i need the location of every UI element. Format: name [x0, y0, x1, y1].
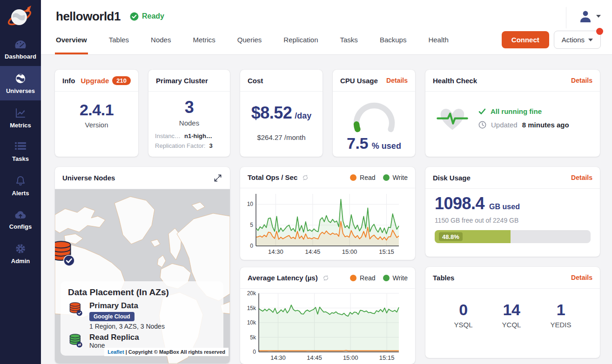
primary-node-marker[interactable]	[55, 239, 78, 269]
world-map[interactable]: Data Placement (In AZs)	[55, 189, 230, 364]
svg-text:10k: 10k	[247, 319, 256, 326]
map-attribution: Leaflet | Copyright © MapBox All rights …	[104, 348, 229, 356]
data-placement-panel: Data Placement (In AZs)	[61, 281, 223, 356]
sidebar-item-label: Universes	[6, 87, 35, 94]
legend-write: Write	[383, 174, 408, 181]
info-card: Info Upgrade 210 2.4.1 Version	[55, 70, 138, 157]
top-bar: helloworld1 Ready Overview Tables Nodes …	[41, 0, 612, 55]
svg-text:15:00: 15:00	[342, 248, 357, 255]
tab-tasks[interactable]: Tasks	[340, 25, 358, 54]
sidebar-item-configs[interactable]: Configs	[0, 203, 41, 236]
instance-type-row: Instanc… n1-high…	[148, 132, 230, 139]
card-title: Universe Nodes	[62, 174, 115, 182]
disk-used-unit: GB used	[489, 203, 520, 211]
latency-chart[interactable]: 05k10k15k20k14:3014:4515:0015:15	[243, 291, 404, 364]
refresh-icon[interactable]	[302, 174, 309, 181]
chart-legend: Read Write	[350, 274, 408, 282]
svg-text:0: 0	[253, 349, 256, 355]
cpu-usage-card: CPU Usage Details 7.5 % used	[333, 70, 415, 157]
sidebar-item-label: Configs	[9, 223, 32, 230]
card-title: Cost	[248, 77, 263, 85]
card-title: Average Latency (µs)	[248, 274, 318, 282]
sidebar-item-universes[interactable]: Universes	[0, 66, 41, 100]
tab-health[interactable]: Health	[428, 25, 448, 54]
yedis-stat: 1 YEDIS	[550, 302, 571, 329]
user-menu[interactable]	[566, 4, 601, 28]
universe-title: helloworld1	[56, 9, 121, 24]
database-marker-icon	[55, 239, 78, 267]
svg-text:15k: 15k	[247, 305, 256, 311]
chevron-down-icon	[596, 15, 601, 18]
metrics-chart-icon	[15, 107, 26, 119]
tables-card: Tables Details 0 YSQL 14 YCQL 1	[425, 267, 600, 358]
sidebar-item-tasks[interactable]: Tasks	[0, 135, 41, 168]
upgrade-link[interactable]: Upgrade	[81, 77, 109, 85]
ops-per-sec-chart[interactable]: 051014:3014:4515:0015:15	[243, 190, 404, 260]
sidebar-nav: Dashboard Universes Metrics Tasks Alerts…	[0, 33, 41, 271]
svg-text:14:30: 14:30	[270, 354, 286, 361]
status-badge: Ready	[130, 12, 164, 21]
read-dot	[350, 275, 356, 281]
health-updated-value: 8 minutes ago	[522, 121, 569, 129]
universe-nodes-card: Universe Nodes	[55, 167, 230, 364]
clock-icon	[478, 121, 486, 129]
tab-tables[interactable]: Tables	[109, 25, 129, 54]
leaflet-link[interactable]: Leaflet	[108, 349, 124, 355]
actions-button[interactable]: Actions	[554, 31, 601, 49]
sidebar-item-label: Alerts	[12, 190, 29, 197]
nodes-label: Nodes	[179, 119, 199, 127]
tab-metrics[interactable]: Metrics	[193, 25, 215, 54]
sidebar-item-label: Admin	[11, 258, 30, 265]
svg-text:5: 5	[250, 222, 253, 228]
disk-usage-card: Disk Usage Details 1098.4 GB used 1150 G…	[425, 167, 600, 257]
card-title: Total Ops / Sec	[248, 173, 297, 181]
provider-badge: Google Cloud	[89, 312, 135, 321]
health-details-link[interactable]: Details	[571, 77, 592, 84]
card-title: Health Check	[433, 77, 477, 85]
sidebar-item-alerts[interactable]: Alerts	[0, 168, 41, 203]
sidebar-item-admin[interactable]: Admin	[0, 236, 41, 271]
cpu-details-link[interactable]: Details	[386, 77, 408, 84]
primary-database-icon	[68, 301, 84, 317]
overview-content: Info Upgrade 210 2.4.1 Version Primary C…	[41, 55, 612, 364]
universe-tabs: Overview Tables Nodes Metrics Queries Re…	[56, 25, 449, 54]
tab-nodes[interactable]: Nodes	[151, 25, 171, 54]
read-replica-item: ⇄ Read Replica None	[68, 333, 216, 350]
tab-backups[interactable]: Backups	[380, 25, 407, 54]
attribution-text: | Copyright © MapBox All rights reserved	[126, 349, 225, 355]
sidebar-item-dashboard[interactable]: Dashboard	[0, 33, 41, 66]
card-title: Info	[62, 77, 75, 85]
tab-queries[interactable]: Queries	[237, 25, 262, 54]
disk-details-link[interactable]: Details	[571, 174, 592, 181]
svg-text:15:00: 15:00	[343, 354, 358, 361]
version-value: 2.4.1	[80, 102, 114, 118]
globe-rocket-icon	[7, 4, 34, 30]
connect-button[interactable]: Connect	[502, 31, 549, 48]
cpu-gauge	[344, 97, 404, 136]
actions-label: Actions	[562, 36, 585, 44]
tab-overview[interactable]: Overview	[56, 25, 87, 54]
check-icon	[478, 108, 486, 115]
primary-data-sub: 1 Region, 3 AZS, 3 Nodes	[89, 323, 165, 330]
ready-check-icon	[130, 12, 139, 21]
legend-read: Read	[350, 174, 375, 181]
expand-icon[interactable]	[213, 173, 222, 183]
svg-text:14:30: 14:30	[268, 248, 283, 255]
tab-replication[interactable]: Replication	[283, 25, 318, 54]
sidebar-item-metrics[interactable]: Metrics	[0, 100, 41, 135]
cpu-percent-value: 7.5	[347, 135, 368, 151]
tables-details-link[interactable]: Details	[571, 274, 592, 281]
sidebar-item-label: Metrics	[10, 122, 31, 129]
primary-cluster-card: Primary Cluster 3 Nodes Instanc… n1-high…	[148, 70, 230, 157]
svg-text:0: 0	[250, 243, 253, 249]
card-title: Tables	[433, 274, 454, 282]
svg-text:5k: 5k	[250, 334, 256, 341]
disk-used-value: 1098.4	[435, 195, 484, 212]
yugabyte-logo[interactable]	[0, 0, 41, 33]
total-ops-card: Total Ops / Sec Read Write 051014:3014:4…	[240, 167, 415, 260]
chart-legend: Read Write	[350, 174, 408, 181]
card-title: Disk Usage	[433, 174, 471, 182]
refresh-icon[interactable]	[322, 274, 330, 282]
cost-card: Cost $8.52 /day $264.27 /month	[240, 70, 323, 157]
data-placement-title: Data Placement (In AZs)	[68, 287, 216, 298]
